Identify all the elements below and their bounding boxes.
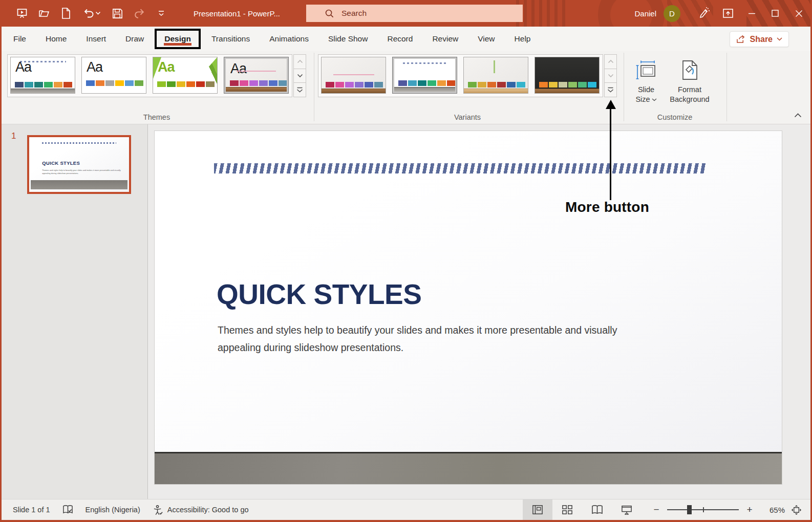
chevron-up-icon (297, 59, 303, 63)
themes-group-label: Themes (7, 113, 306, 121)
tab-help[interactable]: Help (505, 28, 541, 50)
share-label: Share (750, 35, 773, 44)
start-slideshow-button[interactable] (14, 5, 30, 21)
redo-button[interactable] (132, 5, 147, 21)
variant-color-swatches (539, 82, 596, 88)
close-button[interactable] (787, 0, 810, 27)
undo-button[interactable] (80, 5, 103, 21)
slide-indicator[interactable]: Slide 1 of 1 (2, 499, 56, 520)
workspace: 1 QUICK STYLES Themes and styles help to… (2, 124, 810, 499)
ribbon-display-options-icon (722, 7, 734, 19)
save-icon (112, 8, 123, 19)
theme-thumbnail-gallery-selected[interactable]: Aa (224, 57, 289, 94)
zoom-slider-thumb[interactable] (687, 505, 692, 514)
slide-title-text[interactable]: QUICK STYLES (217, 278, 421, 311)
variant-thumbnail-2-selected[interactable] (392, 57, 457, 94)
theme-thumbnail-office[interactable]: Aa (81, 57, 146, 94)
new-file-icon (60, 7, 72, 19)
tab-design-active[interactable]: Design (155, 29, 201, 49)
new-file-button[interactable] (58, 5, 74, 21)
variants-scroll-down-button[interactable] (604, 69, 617, 83)
ribbon-display-options-button[interactable] (716, 0, 740, 27)
variants-scroll-up-button[interactable] (604, 54, 617, 69)
chevron-down-icon (777, 37, 782, 41)
collapse-ribbon-button[interactable] (792, 111, 803, 120)
theme-color-swatches (157, 81, 215, 87)
group-divider (726, 53, 727, 121)
save-button[interactable] (110, 5, 125, 21)
close-icon (795, 10, 803, 17)
open-button[interactable] (36, 5, 52, 21)
variant-color-swatches (468, 82, 525, 88)
format-background-button[interactable]: Format Background (664, 55, 715, 118)
share-button[interactable]: Share (730, 31, 789, 47)
slide-show-icon (621, 505, 632, 515)
variant-thumbnail-1[interactable] (321, 57, 386, 94)
tab-draw[interactable]: Draw (116, 28, 154, 50)
search-input[interactable] (341, 9, 495, 18)
group-divider (314, 53, 314, 121)
theme-floor-decoration (11, 89, 75, 93)
theme-aa-label: Aa (15, 59, 31, 75)
format-background-label: Format Background (670, 85, 709, 104)
chevron-up-icon (794, 113, 802, 118)
variant-floor-decoration (535, 89, 599, 93)
tab-insert[interactable]: Insert (76, 28, 116, 50)
fit-slide-to-window-button[interactable] (785, 499, 807, 520)
theme-thumbnail-current[interactable]: Aa (10, 57, 75, 94)
slide-number: 1 (11, 131, 16, 141)
language-button[interactable]: English (Nigeria) (79, 499, 146, 520)
theme-color-swatches (230, 80, 287, 86)
feedback-button[interactable] (693, 0, 716, 27)
status-bar: Slide 1 of 1 English (Nigeria) Accessibi… (2, 499, 810, 520)
tab-file[interactable]: File (4, 28, 36, 50)
reading-view-button[interactable] (582, 499, 612, 520)
customize-qat-button[interactable] (154, 5, 169, 21)
themes-gallery-scroll (293, 54, 306, 97)
avatar[interactable]: D (664, 5, 680, 22)
variant-color-swatches (326, 82, 383, 88)
variant-floor-decoration (464, 89, 528, 93)
zoom-in-button[interactable]: + (743, 504, 756, 515)
variant-thumbnail-3[interactable] (463, 57, 528, 94)
maximize-icon (772, 10, 779, 17)
annotation-arrow-line (610, 108, 611, 200)
theme-aa-label: Aa (158, 59, 175, 75)
variants-more-button[interactable] (604, 82, 617, 97)
tab-slide-show[interactable]: Slide Show (318, 28, 378, 50)
minimize-button[interactable] (740, 0, 763, 27)
tab-animations[interactable]: Animations (260, 28, 318, 50)
slide-show-button[interactable] (612, 499, 642, 520)
normal-view-button[interactable] (523, 499, 552, 520)
zoom-out-button[interactable]: − (650, 504, 663, 515)
tab-home[interactable]: Home (36, 28, 76, 50)
redo-icon (133, 7, 146, 20)
theme-aa-label: Aa (87, 59, 102, 75)
variants-group-label: Variants (318, 113, 617, 121)
themes-scroll-up-button[interactable] (293, 54, 306, 69)
share-icon (736, 35, 746, 44)
slide-sorter-view-button[interactable] (552, 499, 582, 520)
maximize-button[interactable] (763, 0, 787, 27)
themes-scroll-down-button[interactable] (293, 69, 306, 83)
zoom-level[interactable]: 65% (761, 506, 785, 514)
tab-record[interactable]: Record (377, 28, 422, 50)
slide-thumbnail-selected[interactable]: QUICK STYLES Themes and styles help to b… (27, 135, 131, 194)
slide-editor[interactable]: QUICK STYLES Themes and styles help to b… (154, 130, 782, 485)
tab-transitions[interactable]: Transitions (202, 28, 260, 50)
tab-view[interactable]: View (468, 28, 504, 50)
zoom-slider[interactable] (667, 509, 739, 510)
more-gallery-icon (296, 87, 303, 93)
slide-size-button[interactable]: Slide Size (630, 55, 662, 118)
themes-more-button[interactable] (293, 82, 306, 97)
search-box[interactable] (306, 5, 523, 22)
tab-review[interactable]: Review (422, 28, 468, 50)
slide-body-text[interactable]: Themes and styles help to beautify your … (218, 322, 659, 356)
accessibility-button[interactable]: Accessibility: Good to go (146, 499, 255, 520)
variant-thumbnail-4[interactable] (535, 57, 600, 94)
theme-aa-label: Aa (230, 61, 246, 77)
slide-size-icon (635, 59, 657, 81)
theme-thumbnail-facet[interactable]: Aa (153, 57, 218, 94)
slide-size-label: Slide Size (635, 85, 656, 104)
spell-check-button[interactable] (56, 499, 79, 520)
